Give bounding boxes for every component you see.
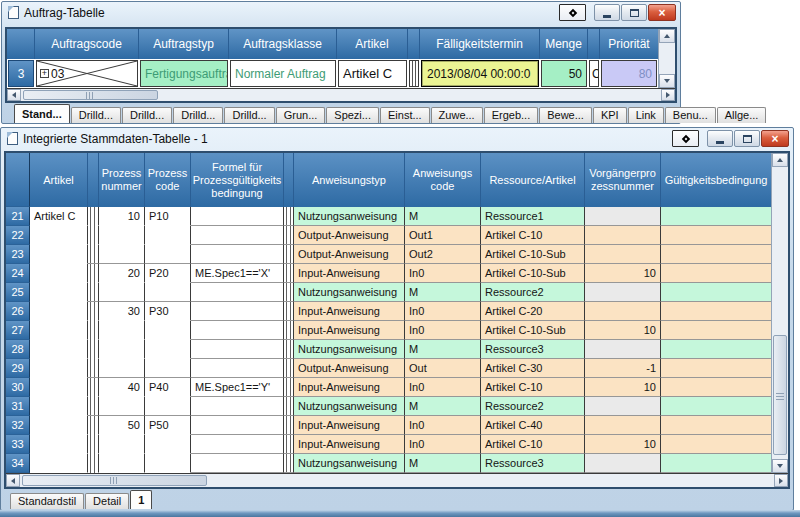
cell-prozesscode[interactable] <box>145 359 191 378</box>
cell-prozesscode[interactable]: P50 <box>145 416 191 435</box>
row-header[interactable]: 24 <box>6 264 30 283</box>
tab-kpi[interactable]: KPI <box>593 107 627 123</box>
tab-bewe[interactable]: Bewe... <box>539 107 592 123</box>
cell-formel[interactable] <box>191 397 284 416</box>
cell-prozesscode[interactable] <box>145 226 191 245</box>
row-header[interactable]: 23 <box>6 245 30 264</box>
cell-vorgaengerprozessnummer[interactable]: 10 <box>585 264 661 283</box>
cell-prioritaet[interactable]: 80 <box>601 60 657 87</box>
cell-prozesscode[interactable] <box>145 245 191 264</box>
cell-gueltigkeitsbedingung[interactable] <box>661 321 771 340</box>
collapsed-columns[interactable] <box>88 245 99 264</box>
cell-formel[interactable] <box>191 435 284 454</box>
cell-anweisungscode[interactable]: M <box>405 397 481 416</box>
document-icon[interactable] <box>8 6 19 19</box>
cell-prozessnummer[interactable]: 20 <box>99 264 145 283</box>
pin-button[interactable] <box>672 130 699 147</box>
cell-anweisungscode[interactable]: In0 <box>405 435 481 454</box>
cell-anweisungscode[interactable]: M <box>405 454 481 473</box>
cell-ressource-artikel[interactable]: Artikel C-10 <box>481 378 585 397</box>
scroll-track[interactable] <box>659 43 675 74</box>
scroll-track[interactable] <box>158 89 661 101</box>
column-header-auftragstyp[interactable]: Auftragstyp <box>139 29 229 59</box>
row-header[interactable]: 25 <box>6 283 30 302</box>
cell-prozesscode[interactable]: P10 <box>145 207 191 226</box>
cell-prozesscode[interactable] <box>145 340 191 359</box>
cell-anweisungscode[interactable]: Out1 <box>405 226 481 245</box>
cell-artikel[interactable]: Artikel C <box>338 60 407 87</box>
row-header[interactable]: 29 <box>6 359 30 378</box>
tab-stand[interactable]: Stand... <box>14 104 70 123</box>
scroll-thumb[interactable] <box>23 90 158 100</box>
row-header[interactable]: 32 <box>6 416 30 435</box>
scroll-down-button[interactable] <box>659 74 675 88</box>
cell-prozessnummer[interactable] <box>99 397 145 416</box>
cell-gueltigkeitsbedingung[interactable] <box>661 397 771 416</box>
cell-formel[interactable] <box>191 416 284 435</box>
row-header[interactable]: 27 <box>6 321 30 340</box>
horizontal-scrollbar[interactable] <box>7 88 675 101</box>
column-header-collapsed[interactable] <box>284 153 294 207</box>
collapsed-columns[interactable] <box>88 302 99 321</box>
cell-ressource-artikel[interactable]: Artikel C-10-Sub <box>481 245 585 264</box>
cell-gueltigkeitsbedingung[interactable] <box>661 378 771 397</box>
cell-menge[interactable]: 50 <box>541 60 587 87</box>
column-header-collapsed[interactable] <box>88 153 99 207</box>
row-header[interactable]: 34 <box>6 454 30 473</box>
cell-artikel[interactable] <box>30 245 88 264</box>
cell-prozesscode[interactable]: P20 <box>145 264 191 283</box>
cell-gueltigkeitsbedingung[interactable] <box>661 245 771 264</box>
column-header-prioritaet[interactable]: Priorität <box>600 29 658 59</box>
row-header[interactable]: 33 <box>6 435 30 454</box>
cell-anweisungscode[interactable]: M <box>405 340 481 359</box>
cell-artikel[interactable]: Artikel C <box>30 207 88 226</box>
collapsed-columns[interactable] <box>284 359 294 378</box>
cell-vorgaengerprozessnummer[interactable]: -1 <box>585 359 661 378</box>
cell-formel[interactable] <box>191 454 284 473</box>
row-header-3[interactable]: 3 <box>8 60 34 87</box>
cell-vorgaengerprozessnummer[interactable] <box>585 454 661 473</box>
tab-detail[interactable]: Detail <box>85 493 129 509</box>
cell-prozessnummer[interactable]: 30 <box>99 302 145 321</box>
document-icon[interactable] <box>7 132 18 145</box>
row-header[interactable]: 31 <box>6 397 30 416</box>
collapsed-columns[interactable] <box>284 340 294 359</box>
cell-vorgaengerprozessnummer[interactable] <box>585 397 661 416</box>
collapsed-columns[interactable] <box>88 378 99 397</box>
row-header[interactable]: 21 <box>6 207 30 226</box>
cell-gueltigkeitsbedingung[interactable] <box>661 302 771 321</box>
vertical-scrollbar[interactable] <box>771 153 788 473</box>
horizontal-scrollbar[interactable] <box>6 473 788 487</box>
cell-ressource-artikel[interactable]: Artikel C-40 <box>481 416 585 435</box>
column-header-faelligkeitstermin[interactable]: Fälligkeitstermin <box>420 29 540 59</box>
cell-ressource-artikel[interactable]: Ressource1 <box>481 207 585 226</box>
corner-header-cell[interactable] <box>6 153 30 207</box>
cell-anweisungscode[interactable]: In0 <box>405 264 481 283</box>
cell-ressource-artikel[interactable]: Ressource3 <box>481 454 585 473</box>
maximize-button[interactable] <box>621 4 647 21</box>
collapsed-columns[interactable] <box>284 378 294 397</box>
collapsed-columns[interactable] <box>88 340 99 359</box>
cell-anweisungscode[interactable]: In0 <box>405 378 481 397</box>
cell-gueltigkeitsbedingung[interactable] <box>661 435 771 454</box>
column-header-auftragscode[interactable]: Auftragscode <box>35 29 139 59</box>
tab-link[interactable]: Link <box>628 107 664 123</box>
cell-artikel[interactable] <box>30 435 88 454</box>
cell-anweisungstyp[interactable]: Input-Anweisung <box>294 302 405 321</box>
scroll-up-button[interactable] <box>659 29 675 43</box>
scroll-down-button[interactable] <box>772 459 788 473</box>
cell-ressource-artikel[interactable]: Ressource2 <box>481 283 585 302</box>
collapsed-columns[interactable] <box>284 245 294 264</box>
scroll-thumb[interactable] <box>773 335 787 455</box>
cell-clipped[interactable]: C <box>589 60 599 87</box>
cell-formel[interactable] <box>191 226 284 245</box>
cell-anweisungscode[interactable]: M <box>405 283 481 302</box>
tab-einst[interactable]: Einst... <box>380 107 430 123</box>
cell-prozessnummer[interactable]: 50 <box>99 416 145 435</box>
column-header-collapsed[interactable] <box>408 29 420 59</box>
cell-gueltigkeitsbedingung[interactable] <box>661 226 771 245</box>
cell-auftragstyp[interactable]: Fertigungsauftrag <box>140 60 228 87</box>
cell-vorgaengerprozessnummer[interactable]: 10 <box>585 321 661 340</box>
cell-ressource-artikel[interactable]: Artikel C-30 <box>481 359 585 378</box>
cell-anweisungstyp[interactable]: Output-Anweisung <box>294 359 405 378</box>
